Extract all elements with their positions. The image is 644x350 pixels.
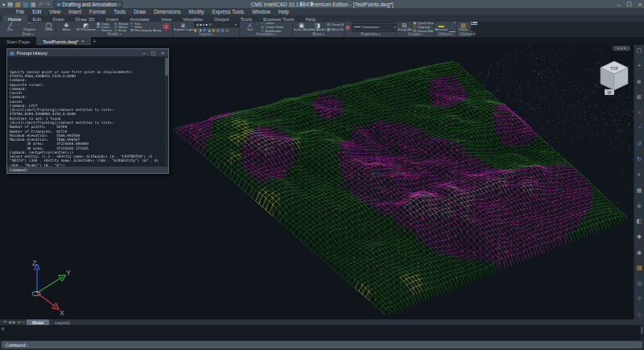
help-icon[interactable]: ? <box>638 296 641 302</box>
minimize-button[interactable]: – <box>617 2 620 7</box>
new-tab-button[interactable]: + <box>91 37 99 45</box>
render-icon[interactable]: ◉ <box>637 249 642 255</box>
close-icon[interactable]: × <box>81 39 84 43</box>
layout-nav-icon[interactable]: ◀ <box>8 320 11 324</box>
maximize-button[interactable]: ▢ <box>150 50 158 56</box>
menu-modify[interactable]: Modify <box>185 9 208 14</box>
minimize-button[interactable]: – <box>141 51 147 56</box>
tab-help[interactable]: Help <box>299 15 321 22</box>
chevron-down-icon[interactable]: ▾ <box>378 32 380 36</box>
close-button[interactable]: × <box>638 2 642 7</box>
tab-visualize[interactable]: Visualize <box>177 15 208 22</box>
orbit-icon[interactable]: ◔ <box>638 125 641 130</box>
polyline-button[interactable]: ⌒Polyline <box>20 23 39 32</box>
center-point-button[interactable]: ◎Center Point <box>261 25 283 28</box>
layout-tab-model[interactable]: Model <box>27 319 49 325</box>
group-manager-button[interactable]: ⊟Group Manager <box>398 23 411 32</box>
menu-express-tools[interactable]: Express Tools <box>208 9 248 14</box>
doc-tab-start-page[interactable]: Start Page <box>0 37 36 45</box>
layout-nav-icon[interactable]: ⏭ <box>18 320 21 324</box>
layout-nav-icon[interactable]: + <box>23 320 25 324</box>
tab-insert[interactable]: Insert <box>101 15 124 22</box>
color-palette-icon[interactable]: ▩ <box>345 24 350 30</box>
menu-insert[interactable]: Insert <box>64 9 85 14</box>
insert-block-button[interactable]: ▣Insert Block <box>294 23 309 32</box>
explore-layers-button[interactable]: ≣Explore Layers <box>174 23 192 32</box>
circle-button[interactable]: ◯Circle <box>39 23 56 32</box>
delete-view-icon[interactable]: × <box>638 109 641 115</box>
chevron-down-icon[interactable]: ▾ <box>119 32 121 36</box>
line-button[interactable]: ╱Line <box>1 23 19 32</box>
prompt-history-command-line[interactable]: Command: <box>7 167 168 173</box>
command-history[interactable]: ▤ 1 FoundSpecify base point or [Displace… <box>0 325 644 340</box>
layers-panel-icon[interactable]: ≣ <box>637 203 642 208</box>
maximize-button[interactable]: ▢ <box>626 1 632 7</box>
menu-edit[interactable]: Edit <box>28 9 45 14</box>
chevron-down-icon[interactable]: ▾ <box>323 32 324 36</box>
materials-icon[interactable]: ◆ <box>637 233 641 239</box>
menu-view[interactable]: View <box>45 9 64 14</box>
view-cube[interactable]: TOP <box>597 60 631 93</box>
layout-nav-icon[interactable]: ▶ <box>13 320 16 324</box>
tab-draw-3d[interactable]: Draw 3D <box>70 15 101 22</box>
tab-express-tools[interactable]: Express Tools <box>258 15 299 22</box>
zoom-window-icon[interactable]: ⊞ <box>637 94 642 100</box>
navigation-widget[interactable] <box>613 46 630 51</box>
quick-group-button[interactable]: ▣Quick Group <box>413 22 434 24</box>
menu-format[interactable]: Format <box>85 9 109 14</box>
tab-edit[interactable]: Edit <box>27 15 47 22</box>
filter-icon[interactable]: ▼ <box>448 22 456 27</box>
chevron-down-icon[interactable]: ▾ <box>452 32 453 36</box>
folder-icon[interactable]: ▨ <box>637 265 642 270</box>
menu-help[interactable]: Help <box>275 9 293 14</box>
menu-dimensions[interactable]: Dimensions <box>150 9 184 14</box>
home-view-icon[interactable]: ⌂ <box>638 311 641 317</box>
move-button[interactable]: ✥Move <box>57 23 76 32</box>
ungroup-button[interactable]: ▢Ungroup <box>413 25 434 28</box>
menu-draw[interactable]: Draw <box>130 9 150 14</box>
doc-tab-testpoints[interactable]: TestPoints.dwg* × <box>36 37 90 45</box>
redo-view-icon[interactable]: ↻ <box>637 156 642 162</box>
menu-window[interactable]: Window <box>248 9 275 14</box>
undo-view-icon[interactable]: ↺ <box>637 141 642 146</box>
tab-home[interactable]: Home <box>2 15 27 22</box>
edit-attributes-button[interactable]: ◨Edit Attributes <box>310 23 325 32</box>
zoom-extents-icon[interactable]: ⊕ <box>637 79 642 84</box>
settings-icon[interactable]: ◎ <box>637 280 642 286</box>
tab-annotate[interactable]: Annotate <box>124 15 155 22</box>
linetype-select[interactable]: Continuous ▾ <box>352 24 396 30</box>
layer-dropdown[interactable]: ◆■■■ 0 ▾ <box>194 22 239 27</box>
pan-icon[interactable]: + <box>638 63 641 68</box>
scrollbar[interactable] <box>165 56 168 167</box>
chevron-down-icon[interactable]: ▾ <box>275 32 276 36</box>
copy-clip-icon[interactable]: ▣ <box>470 22 477 27</box>
grid-icon[interactable]: ▦ <box>637 187 642 193</box>
positioner-3d-button[interactable]: ◩3D Positioner <box>76 23 95 32</box>
shade-icon[interactable]: ◐ <box>638 171 641 177</box>
create-block-button[interactable]: ⊞Create Block <box>327 23 344 27</box>
tab-tools[interactable]: Tools <box>235 15 258 22</box>
block-editor-button[interactable]: ▦Block Editor <box>327 27 344 31</box>
paste-button[interactable]: ▧Paste <box>458 23 469 32</box>
explode-icon[interactable]: ✶ <box>161 22 171 32</box>
viewcube-compass-west[interactable]: W <box>605 89 614 95</box>
prompt-history-titlebar[interactable]: ▦ Prompt History – ▢ × <box>7 49 168 56</box>
layout-nav-icon[interactable]: ⏮ <box>3 320 6 324</box>
tab-draw[interactable]: Draw <box>47 15 69 22</box>
scrollbar[interactable] <box>640 325 644 340</box>
chevron-down-icon[interactable]: ▾ <box>212 32 213 36</box>
close-button[interactable]: × <box>159 51 166 56</box>
measure-button[interactable]: ▬Measure <box>436 23 447 32</box>
scrollbar-thumb[interactable] <box>641 327 643 334</box>
scrollbar-thumb[interactable] <box>165 58 168 76</box>
tab-view[interactable]: View <box>155 15 177 22</box>
viewport[interactable]: TOP W Z Y X ▢+⊕⊞×◔↺↻◐▦≣◧◆◉▨◎?⌂ ▦ Prompt … <box>0 45 644 319</box>
menu-tools[interactable]: Tools <box>109 9 130 14</box>
tab-output[interactable]: Output <box>208 15 235 22</box>
properties-panel-icon[interactable]: ◧ <box>637 218 642 224</box>
command-input[interactable]: Command: <box>2 341 642 348</box>
menu-file[interactable]: File <box>12 9 28 14</box>
fullscreen-icon[interactable]: ▢ <box>637 47 642 53</box>
chevron-down-icon[interactable]: ▾ <box>32 32 34 36</box>
linear-dim-button[interactable]: ⊢Linear <box>261 22 283 24</box>
